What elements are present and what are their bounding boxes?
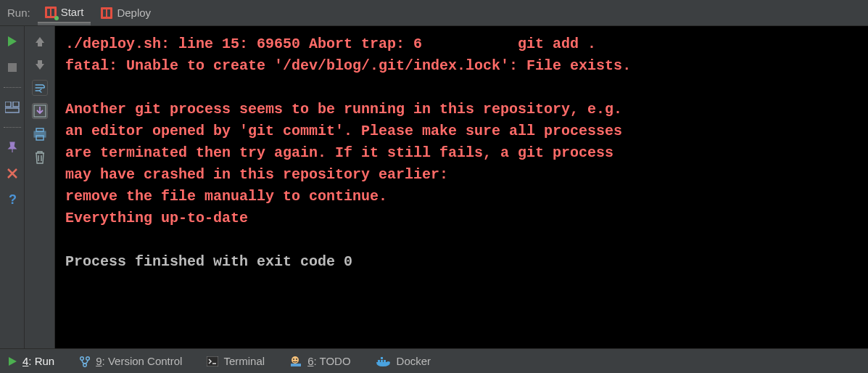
run-panel-body: ? ./deploy.sh: line 15: 69650 Abort trap… [0,26,868,348]
console-actions-toolbar [25,26,55,348]
tool-window-label: 6: TODO [307,355,350,367]
tool-window-version-control[interactable]: 9: Version Control [79,355,182,367]
svg-rect-12 [207,356,218,366]
svg-rect-16 [291,364,301,366]
svg-rect-2 [13,102,19,107]
svg-rect-17 [378,360,380,362]
terminal-icon [207,356,218,366]
console-status-text: Process finished with exit code 0 [65,253,352,270]
rerun-icon[interactable] [4,33,20,49]
console-error-text: ./deploy.sh: line 15: 69650 Abort trap: … [65,36,631,226]
svg-rect-6 [36,128,44,131]
stop-icon[interactable] [4,60,20,75]
layout-icon[interactable] [4,99,20,115]
tab-deploy[interactable]: Deploy [94,3,158,23]
print-icon[interactable] [32,126,48,142]
tab-label: Deploy [117,7,151,19]
svg-rect-20 [381,357,383,359]
svg-rect-3 [5,108,19,112]
arrow-up-icon[interactable] [32,33,48,49]
play-icon [7,356,17,366]
tab-start[interactable]: Start [38,3,91,23]
docker-icon [376,356,392,367]
tool-window-label: Terminal [223,355,265,367]
svg-rect-18 [381,360,383,362]
run-config-icon [45,7,57,18]
tab-label: Start [61,6,84,18]
tool-window-label: Docker [397,355,431,367]
run-config-icon [101,7,112,19]
trash-icon[interactable] [32,149,48,165]
tool-window-label: 4: Run [22,355,54,367]
svg-point-10 [86,356,90,360]
svg-rect-1 [5,102,11,107]
close-icon[interactable] [4,165,20,181]
tool-window-terminal[interactable]: Terminal [207,355,265,367]
svg-rect-0 [8,63,17,72]
svg-point-15 [296,358,297,360]
svg-point-11 [83,363,87,366]
separator [4,127,21,128]
help-icon[interactable]: ? [4,192,20,208]
separator [4,87,21,88]
svg-point-14 [293,358,294,360]
tool-windows-bar: 4: Run 9: Version Control Terminal 6: TO… [0,348,868,373]
run-actions-toolbar: ? [0,26,25,348]
pin-icon[interactable] [4,139,20,155]
tool-window-docker[interactable]: Docker [376,355,431,367]
svg-point-9 [80,356,84,360]
svg-rect-19 [384,360,386,362]
run-tab-strip: Run: Start Deploy [0,0,868,26]
tool-window-run[interactable]: 4: Run [7,355,54,367]
tool-window-todo[interactable]: 6: TODO [289,355,350,367]
run-label: Run: [6,7,35,19]
soft-wrap-icon[interactable] [32,80,48,96]
todo-icon [289,356,302,367]
tool-window-label: 9: Version Control [96,355,182,367]
svg-text:?: ? [9,192,17,207]
arrow-down-icon[interactable] [32,57,48,73]
console-output[interactable]: ./deploy.sh: line 15: 69650 Abort trap: … [55,26,868,348]
scroll-to-end-icon[interactable] [32,103,48,119]
branch-icon [79,356,91,367]
